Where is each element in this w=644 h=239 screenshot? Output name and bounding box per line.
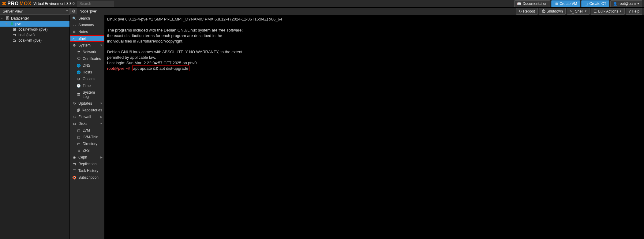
term-prompt: root@pve:~# [107,66,130,71]
menu-zfs[interactable]: ⊞ZFS [70,147,104,154]
book-icon: 📖 [517,2,521,6]
menu-hosts-label: Hosts [83,70,92,74]
menu-repositories[interactable]: 🗐Repositories [70,107,104,114]
shell-label: Shell [575,9,583,13]
files-icon: 🗐 [77,108,80,112]
menu-time-label: Time [83,84,91,88]
logo-text-pro: PRO [7,1,19,6]
help-button[interactable]: ? Help [626,8,642,15]
menu-lvmthin-label: LVM-Thin [83,135,98,139]
bulk-label: Bulk Actions [598,9,618,13]
main-area: ▾ 🗄 Datacenter ▾ 🖥 pve ⊞ localnetwork (p… [0,15,644,239]
menu-syslog[interactable]: ☰System Log [70,89,104,100]
create-ct-button[interactable]: ⬚ Create CT [581,0,609,7]
term-line: Debian GNU/Linux comes with ABSOLUTELY N… [107,50,242,54]
note-icon: 🗎 [72,30,77,34]
search-input[interactable] [77,1,114,7]
shell-terminal[interactable]: Linux pve 6.8.12-4-pve #1 SMP PREEMPT_DY… [105,15,644,239]
menu-summary-label: Summary [78,23,94,27]
top-bar: ✖ PROMOX Virtual Environment 8.3.0 📖 Doc… [0,0,644,8]
menu-dns-label: DNS [83,63,90,68]
bulk-actions-button[interactable]: ☰ Bulk Actions ▼ [591,8,624,15]
node-icon: 🖥 [10,22,14,26]
menu-disks-label: Disks [78,121,87,126]
chevron-down-icon: ▼ [66,10,68,13]
server-icon: 🗄 [6,16,10,21]
node-menu: 🔍Search ▭Summary 🗎Notes >_Shell ⚙System▼… [70,15,105,239]
clock-icon: 🕐 [77,84,81,88]
term-line: Last login: Sun Mar 2 22:04:57 CET 2025 … [107,61,197,65]
tree-localnetwork-label: localnetwork (pve) [18,27,47,32]
menu-firewall[interactable]: 🛡Firewall▶ [70,114,104,120]
menu-ceph[interactable]: ◉Ceph▶ [70,154,104,161]
term-line: permitted by applicable law. [107,55,156,60]
shield-icon: 🛡 [72,115,77,119]
network-icon: ⇄ [77,50,81,54]
create-vm-label: Create VM [560,2,577,6]
menu-shell[interactable]: >_Shell [70,35,104,42]
menu-lvm[interactable]: ▢LVM [70,127,104,134]
square-icon: ▢ [77,135,81,139]
collapse-icon: ▾ [1,17,4,20]
menu-certificates[interactable]: 🛡Certificates [70,55,104,62]
menu-syslog-label: System Log [83,90,102,99]
shutdown-button[interactable]: ⏻ Shutdown [539,8,566,15]
menu-certificates-label: Certificates [83,57,101,61]
menu-subscription-label: Subscription [78,175,99,180]
menu-updates[interactable]: ↻Updates▼ [70,100,104,107]
tree-localnetwork[interactable]: ⊞ localnetwork (pve) [0,27,69,32]
term-line: individual files in /usr/share/doc/*/cop… [107,39,183,43]
menu-updates-label: Updates [78,101,92,106]
menu-directory[interactable]: 🗀Directory [70,140,104,147]
menu-disks[interactable]: ⊟Disks▼ [70,120,104,127]
documentation-button[interactable]: 📖 Documentation [514,0,550,7]
menu-subscription[interactable]: 🛟Subscription [70,174,104,181]
menu-search[interactable]: 🔍Search [70,15,104,22]
menu-taskhistory[interactable]: ☰Task History [70,167,104,174]
gears-icon: ⚙ [72,43,77,47]
chevron-down-icon: ▼ [100,102,103,105]
menu-ceph-label: Ceph [78,155,87,159]
create-vm-button[interactable]: 🖥 Create VM [551,0,580,7]
terminal-icon: >_ [72,36,77,41]
menu-summary[interactable]: ▭Summary [70,22,104,28]
chevron-down-icon: ▼ [637,2,639,5]
reboot-label: Reboot [523,9,535,13]
server-view-dropdown[interactable]: Server View ▼ [0,8,70,15]
menu-search-label: Search [78,16,90,21]
menu-replication-label: Replication [78,162,96,166]
support-icon: 🛟 [72,175,77,180]
menu-replication[interactable]: ⇆Replication [70,161,104,167]
user-menu-button[interactable]: 👤 root@pam ▼ [610,0,642,7]
cube-icon: ⬚ [584,2,588,6]
tree-settings-button[interactable]: ⚙ [70,8,77,14]
menu-time[interactable]: 🕐Time [70,82,104,89]
tree-datacenter-label: Datacenter [11,16,29,21]
node-label-text: Node 'pve' [80,9,97,13]
chevron-down-icon: ▼ [100,122,103,125]
tree-datacenter[interactable]: ▾ 🗄 Datacenter [0,16,69,21]
tree-pve-label: pve [15,22,21,26]
list-icon: ☰ [77,92,81,97]
menu-lvmthin[interactable]: ▢LVM-Thin [70,134,104,140]
menu-hosts[interactable]: 🌐Hosts [70,69,104,76]
chevron-down-icon: ▼ [100,44,103,47]
menu-options[interactable]: ⚙Options [70,76,104,82]
shell-dropdown-button[interactable]: >_ Shell ▼ [567,8,590,15]
breadcrumb: Node 'pve' [77,8,516,15]
menu-dns[interactable]: 🌐DNS [70,62,104,69]
menu-system-label: System [78,43,91,47]
menu-notes[interactable]: 🗎Notes [70,28,104,35]
menu-system[interactable]: ⚙System▼ [70,42,104,49]
tree-node-pve[interactable]: ▾ 🖥 pve [0,21,69,27]
gear-icon: ⚙ [77,77,81,81]
tree-locallvm[interactable]: 🗀 local-lvm (pve) [0,38,69,43]
tree-local[interactable]: 🗀 local (pve) [0,32,69,38]
user-label: root@pam [619,2,636,6]
chevron-down-icon: ▼ [620,10,622,13]
help-icon: ? [629,9,631,13]
menu-network[interactable]: ⇄Network [70,49,104,55]
globe-icon: 🌐 [77,63,81,68]
reboot-button[interactable]: ↻ Reboot [516,8,538,15]
node-actions: ↻ Reboot ⏻ Shutdown >_ Shell ▼ ☰ Bulk Ac… [516,8,644,15]
